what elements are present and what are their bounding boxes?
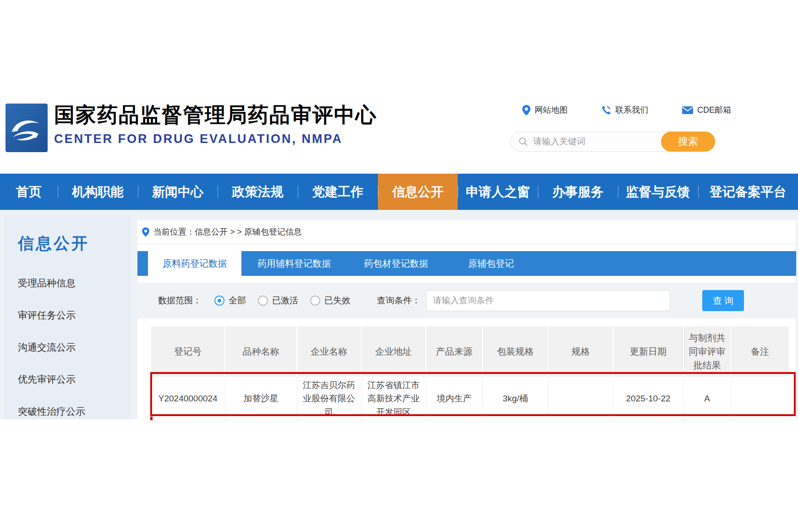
- nav-item-news[interactable]: 新闻中心: [138, 174, 218, 210]
- site-title-block: 国家药品监督管理局药品审评中心 CENTER FOR DRUG EVALUATI…: [54, 103, 377, 146]
- nav-item-applicant-window[interactable]: 申请人之窗: [458, 174, 538, 210]
- header-links: 网站地图 联系我们 CDE邮箱: [522, 104, 731, 115]
- column-header-variety-name: 品种名称: [225, 326, 297, 377]
- sidebar-item-review-tasks[interactable]: 审评任务公示: [4, 299, 131, 331]
- main-nav: 首页 机构职能 新闻中心 政策法规 党建工作 信息公开 申请人之窗 办事服务 监…: [0, 174, 798, 210]
- cell-company-name: 江苏吉贝尔药业股份有限公司: [297, 377, 361, 421]
- breadcrumb: 当前位置：信息公开 > > 原辅包登记信息: [137, 220, 796, 244]
- column-header-update-date: 更新日期: [613, 326, 683, 377]
- radio-activated-label: 已激活: [272, 295, 298, 307]
- nav-item-supervision-feedback[interactable]: 监督与反馈: [618, 174, 698, 210]
- column-header-packaging-spec: 包装规格: [482, 326, 548, 377]
- breadcrumb-text: 当前位置：信息公开 > > 原辅包登记信息: [153, 226, 302, 237]
- column-header-registration-no: 登记号: [151, 326, 225, 377]
- page-title: 国家药品监督管理局药品审评中心: [54, 103, 377, 127]
- sidebar: 信息公开 受理品种信息 审评任务公示 沟通交流公示 优先审评公示 突破性治疗公示: [4, 215, 131, 419]
- results-table: 登记号 品种名称 企业名称 企业地址 产品来源 包装规格 规格 更新日期 与制剂…: [151, 326, 789, 421]
- radio-option-activated[interactable]: 已激活: [258, 295, 298, 307]
- sitemap-label: 网站地图: [535, 104, 568, 115]
- radio-all-label: 全部: [229, 295, 246, 307]
- logo-swoosh-icon: [5, 104, 48, 152]
- cell-spec: [548, 377, 613, 421]
- sidebar-item-communication[interactable]: 沟通交流公示: [4, 331, 131, 363]
- column-header-joint-review-result: 与制剂共同审评审批结果: [683, 326, 731, 377]
- screen: 国家药品监督管理局药品审评中心 CENTER FOR DRUG EVALUATI…: [0, 0, 798, 532]
- location-pin-icon: [522, 105, 530, 115]
- content-band: 信息公开 受理品种信息 审评任务公示 沟通交流公示 优先审评公示 突破性治疗公示…: [0, 210, 798, 419]
- radio-unselected-icon[interactable]: [310, 296, 320, 306]
- nav-item-registration-platform[interactable]: 登记备案平台: [698, 174, 798, 210]
- page-subtitle: CENTER FOR DRUG EVALUATION, NMPA: [54, 132, 377, 146]
- nav-item-functions[interactable]: 机构职能: [58, 174, 138, 210]
- radio-unselected-icon[interactable]: [258, 296, 268, 306]
- nav-item-policy[interactable]: 政策法规: [218, 174, 298, 210]
- column-header-remarks: 备注: [731, 326, 789, 377]
- cell-packaging-spec: 3kg/桶: [482, 377, 548, 421]
- sidebar-title: 信息公开: [18, 233, 131, 254]
- query-button[interactable]: 查 询: [702, 290, 744, 311]
- sidebar-item-priority-review[interactable]: 优先审评公示: [4, 363, 131, 395]
- search-icon: [519, 137, 528, 146]
- phone-icon: [601, 105, 611, 115]
- nav-item-party[interactable]: 党建工作: [298, 174, 378, 210]
- cell-variety-name: 加替沙星: [225, 377, 297, 421]
- table-row: Y20240000024 加替沙星 江苏吉贝尔药业股份有限公司 江苏省镇江市高新…: [151, 377, 789, 421]
- cell-update-date: 2025-10-22: [613, 377, 683, 421]
- header-search: 搜索: [510, 132, 715, 152]
- header: 国家药品监督管理局药品审评中心 CENTER FOR DRUG EVALUATI…: [0, 0, 798, 174]
- filter-bar: 数据范围： 全部 已激活 已失效 查询条件： 查 询: [137, 283, 796, 318]
- radio-expired-label: 已失效: [324, 295, 350, 307]
- radio-selected-icon[interactable]: [214, 296, 224, 306]
- cell-registration-no: Y20240000024: [151, 377, 225, 421]
- query-condition-input[interactable]: [426, 290, 670, 311]
- highlight-rectangle-nub: [150, 417, 153, 420]
- scope-label: 数据范围：: [158, 295, 202, 307]
- cell-joint-review-result: A: [683, 377, 731, 421]
- search-button[interactable]: 搜索: [661, 132, 715, 152]
- breadcrumb-pin-icon: [142, 227, 149, 237]
- contact-label: 联系我们: [615, 104, 648, 115]
- tab-api-registration-data[interactable]: 原料药登记数据: [148, 251, 241, 276]
- contact-link[interactable]: 联系我们: [601, 104, 648, 115]
- column-header-product-source: 产品来源: [426, 326, 482, 377]
- table-header-row: 登记号 品种名称 企业名称 企业地址 产品来源 包装规格 规格 更新日期 与制剂…: [151, 326, 789, 377]
- tab-bar: 原料药登记数据 药用辅料登记数据 药包材登记数据 原辅包登记: [137, 251, 796, 276]
- cell-company-address: 江苏省镇江市高新技术产业开发园区: [361, 377, 426, 421]
- cde-mail-label: CDE邮箱: [697, 104, 731, 115]
- cell-remarks: [731, 377, 789, 421]
- column-header-company-name: 企业名称: [297, 326, 361, 377]
- envelope-icon: [682, 106, 693, 114]
- nav-item-home[interactable]: 首页: [0, 174, 58, 210]
- sidebar-item-accepted-varieties[interactable]: 受理品种信息: [4, 267, 131, 299]
- content-card: 当前位置：信息公开 > > 原辅包登记信息 原料药登记数据 药用辅料登记数据 药…: [137, 220, 796, 419]
- nav-item-services[interactable]: 办事服务: [538, 174, 618, 210]
- column-header-company-address: 企业地址: [361, 326, 426, 377]
- nav-item-information-disclosure[interactable]: 信息公开: [378, 174, 458, 210]
- radio-option-expired[interactable]: 已失效: [310, 295, 350, 307]
- cde-logo: [5, 104, 48, 152]
- query-condition-label: 查询条件：: [377, 295, 421, 307]
- cde-mail-link[interactable]: CDE邮箱: [682, 104, 731, 115]
- column-header-spec: 规格: [548, 326, 613, 377]
- sidebar-item-breakthrough-therapy[interactable]: 突破性治疗公示: [4, 395, 131, 428]
- tab-api-excipient-packaging[interactable]: 原辅包登记: [445, 251, 537, 276]
- tab-packaging-registration-data[interactable]: 药包材登记数据: [347, 251, 445, 276]
- cell-product-source: 境内生产: [426, 377, 482, 421]
- sitemap-link[interactable]: 网站地图: [522, 104, 568, 115]
- radio-option-all[interactable]: 全部: [214, 295, 246, 307]
- tab-excipient-registration-data[interactable]: 药用辅料登记数据: [241, 251, 347, 276]
